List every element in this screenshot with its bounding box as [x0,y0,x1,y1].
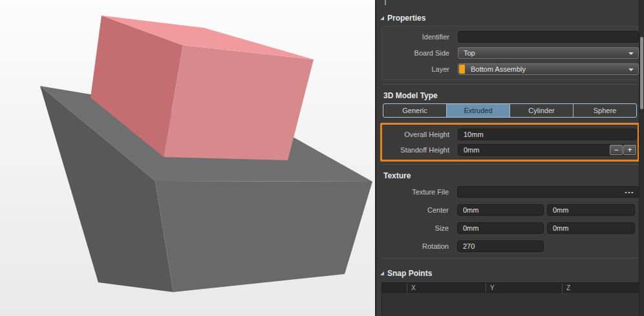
properties-section-title: Properties [387,14,425,23]
properties-panel: Properties Identifier Board Side Top Lay… [375,0,644,316]
texture-file-row: Texture File ••• [381,186,640,198]
pink-box-right-face [164,45,314,160]
3d-viewport[interactable] [0,0,375,316]
texture-center-row: Center [381,204,640,216]
texture-rotation-label: Rotation [381,242,449,250]
tab-cylinder[interactable]: Cylinder [510,104,573,117]
texture-section: Texture File ••• Center Size Rotation [381,186,640,252]
overall-height-row: Overall Height [382,129,638,140]
properties-section: Identifier Board Side Top Layer Bottom A… [381,26,640,80]
chevron-down-icon [628,68,634,71]
layer-color-swatch [459,65,465,74]
collapse-arrow-icon [380,271,384,275]
overall-height-input[interactable] [458,129,637,140]
column-header-x: X [407,283,486,292]
texture-rotation-row: Rotation [381,240,640,252]
texture-title: Texture [383,171,644,180]
model-type-title: 3D Model Type [383,91,644,100]
texture-center-y-input[interactable] [547,204,635,216]
board-side-dropdown[interactable]: Top [458,47,639,59]
section-divider [381,258,640,258]
standoff-height-label: Standoff Height [382,146,449,154]
texture-size-label: Size [381,224,449,232]
board-side-value: Top [458,49,475,57]
texture-center-label: Center [381,206,449,214]
snap-points-table: X Y Z [381,282,640,316]
tab-extruded[interactable]: Extruded [446,104,510,117]
layer-row: Layer Bottom Assembly [382,63,639,75]
texture-center-x-input[interactable] [457,204,544,216]
overall-height-label: Overall Height [382,131,449,138]
texture-size-row: Size [381,222,640,234]
column-header-z: Z [562,283,639,292]
tab-sphere[interactable]: Sphere [573,104,636,117]
tab-generic[interactable]: Generic [383,104,446,117]
identifier-label: Identifier [382,33,449,41]
gray-box-front-face [155,181,372,292]
layer-value: Bottom Assembly [458,65,526,73]
snap-points-section-header[interactable]: Snap Points [380,269,644,277]
snap-points-table-body[interactable] [381,293,640,316]
column-header-y: Y [486,283,562,292]
layer-label: Layer [382,65,449,73]
model-type-switcher: Generic Extruded Cylinder Sphere [383,103,637,118]
browse-ellipsis-icon[interactable]: ••• [625,189,634,195]
standoff-height-row: Standoff Height − + [382,144,638,156]
section-divider [381,164,640,165]
texture-size-x-input[interactable] [457,222,544,234]
texture-rotation-input[interactable] [457,240,544,252]
snap-points-table-header: X Y Z [381,282,640,293]
texture-file-input[interactable] [457,186,639,198]
snap-points-title: Snap Points [387,269,432,278]
texture-size-y-input[interactable] [547,222,635,234]
texture-file-label: Texture File [381,188,449,196]
board-side-row: Board Side Top [382,47,639,59]
panel-scrollbar[interactable] [639,0,644,316]
panel-top-notch [385,0,386,5]
board-side-label: Board Side [382,49,449,57]
chevron-down-icon [628,52,634,55]
identifier-input[interactable] [458,31,639,43]
decrement-button[interactable]: − [610,145,623,155]
properties-section-header[interactable]: Properties [380,14,644,22]
scrollbar-thumb[interactable] [640,37,643,109]
increment-button[interactable]: + [623,145,636,155]
3d-scene [0,0,375,316]
collapse-arrow-icon [380,16,384,20]
identifier-row: Identifier [382,31,639,43]
column-header-empty [382,283,407,292]
height-annotation-callout: Overall Height Standoff Height − + [380,123,639,162]
layer-dropdown[interactable]: Bottom Assembly [458,63,639,75]
section-divider [381,84,640,85]
